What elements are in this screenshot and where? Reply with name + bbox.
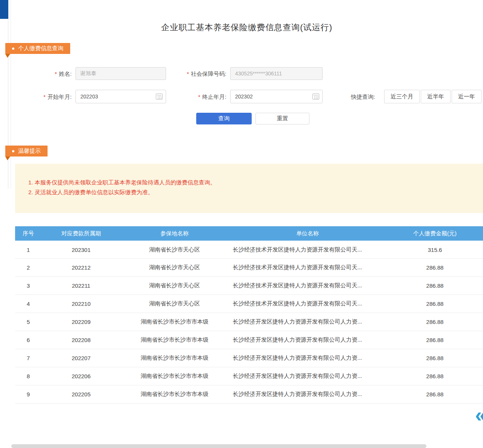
quick-button-halfyear[interactable]: 近半年: [421, 90, 451, 103]
page-title: 企业职工基本养老保险缴费信息查询(试运行): [11, 22, 483, 33]
tips-panel: 1. 本服务仅提供尚未领取企业职工基本养老保险待遇人员的缴费信息查询。 2. 灵…: [15, 164, 483, 213]
cell-company: 长沙经济开发区捷特人力资源开发有限公司人力资...: [228, 373, 387, 380]
col-header-area: 参保地名称: [121, 230, 228, 237]
table-row: 8 202206 湖南省长沙市长沙市市本级 长沙经济开发区捷特人力资源开发有限公…: [15, 367, 483, 385]
cell-period: 202301: [42, 247, 121, 253]
ssn-input: [230, 67, 323, 80]
table-row: 9 202205 湖南省长沙市长沙市市本级 长沙经济开发区捷特人力资源开发有限公…: [15, 385, 483, 404]
calendar-icon[interactable]: [312, 94, 319, 100]
cell-period: 202210: [42, 301, 121, 307]
cell-area: 湖南省长沙市天心区: [121, 282, 228, 289]
section-badge-tips: 温馨提示: [5, 146, 48, 156]
end-month-wrap: [230, 90, 323, 103]
cell-amount: 286.88: [387, 264, 483, 271]
cell-amount: 286.88: [387, 319, 483, 325]
section-badge-query-label: 个人缴费信息查询: [18, 45, 63, 52]
cell-area: 湖南省长沙市天心区: [121, 264, 228, 271]
collapse-panel-icon[interactable]: «: [475, 404, 483, 425]
reset-button[interactable]: 重置: [255, 113, 309, 124]
required-asterisk: *: [187, 71, 189, 77]
start-month-input[interactable]: [75, 90, 166, 103]
table-header-row: 序号 对应费款所属期 参保地名称 单位名称 个人缴费金额(元): [15, 226, 483, 241]
col-header-company: 单位名称: [228, 230, 387, 237]
cell-company: 长沙经济技术开发区捷特人力资源开发有限公司天...: [228, 264, 387, 271]
cell-company: 长沙经济开发区捷特人力资源开发有限公司人力资...: [228, 336, 387, 344]
calendar-icon[interactable]: [156, 94, 163, 100]
start-month-label: *开始年月:: [23, 94, 72, 101]
cell-seq: 7: [15, 355, 42, 361]
cell-seq: 3: [15, 282, 42, 289]
cell-amount: 286.88: [387, 337, 483, 343]
quick-button-1year[interactable]: 近一年: [452, 90, 481, 103]
table-row: 5 202209 湖南省长沙市长沙市市本级 长沙经济开发区捷特人力资源开发有限公…: [15, 313, 483, 331]
col-header-amount: 个人缴费金额(元): [387, 230, 483, 237]
end-month-label: *终止年月:: [166, 94, 226, 101]
cell-company: 长沙经济技术开发区捷特人力资源开发有限公司天...: [228, 300, 387, 307]
table-body: 1 202301 湖南省长沙市天心区 长沙经济技术开发区捷特人力资源开发有限公司…: [15, 241, 483, 404]
cell-amount: 315.6: [387, 247, 483, 253]
corner-blue-block: [0, 0, 8, 19]
cell-area: 湖南省长沙市长沙市市本级: [121, 391, 228, 398]
cell-area: 湖南省长沙市天心区: [121, 300, 228, 307]
query-button[interactable]: 查询: [196, 113, 252, 124]
cell-area: 湖南省长沙市天心区: [121, 246, 228, 253]
cell-seq: 2: [15, 264, 42, 271]
quick-button-3months[interactable]: 近三个月: [384, 90, 420, 103]
cell-seq: 8: [15, 373, 42, 379]
table-row: 4 202210 湖南省长沙市天心区 长沙经济技术开发区捷特人力资源开发有限公司…: [15, 295, 483, 313]
cell-amount: 286.88: [387, 391, 483, 397]
cell-company: 长沙经济技术开发区捷特人力资源开发有限公司天...: [228, 246, 387, 253]
cell-amount: 286.88: [387, 301, 483, 307]
payment-table: 序号 对应费款所属期 参保地名称 单位名称 个人缴费金额(元) 1 202301…: [15, 226, 483, 404]
cell-company: 长沙经济开发区捷特人力资源开发有限公司人力资...: [228, 318, 387, 325]
cell-amount: 286.88: [387, 373, 483, 379]
cell-seq: 4: [15, 301, 42, 307]
end-month-input[interactable]: [230, 90, 323, 103]
quick-query-group: 近三个月 近半年 近一年: [384, 90, 481, 103]
cell-seq: 1: [15, 247, 42, 253]
cell-period: 202209: [42, 319, 121, 325]
cell-seq: 5: [15, 319, 42, 325]
tip-line-2: 2. 灵活就业人员的缴费单位信息以实际缴费为准。: [28, 187, 475, 197]
horizontal-scrollbar[interactable]: [11, 444, 426, 448]
cell-seq: 6: [15, 337, 42, 343]
col-header-period: 对应费款所属期: [42, 230, 121, 237]
required-asterisk: *: [55, 71, 57, 77]
bullet-dot-icon: [12, 48, 14, 50]
table-row: 2 202212 湖南省长沙市天心区 长沙经济技术开发区捷特人力资源开发有限公司…: [15, 259, 483, 277]
cell-company: 长沙经济开发区捷特人力资源开发有限公司人力资...: [228, 391, 387, 398]
left-sidebar-strip: [0, 0, 8, 189]
cell-company: 长沙经济开发区捷特人力资源开发有限公司人力资...: [228, 354, 387, 362]
ssn-field-wrap: [230, 67, 323, 80]
cell-period: 202208: [42, 337, 121, 343]
col-header-seq: 序号: [15, 230, 42, 237]
cell-period: 202207: [42, 355, 121, 361]
name-input: [75, 67, 166, 80]
section-badge-tips-label: 温馨提示: [18, 147, 41, 155]
cell-seq: 9: [15, 391, 42, 397]
cell-company: 长沙经济技术开发区捷特人力资源开发有限公司天...: [228, 282, 387, 289]
cell-period: 202211: [42, 282, 121, 289]
cell-area: 湖南省长沙市长沙市市本级: [121, 354, 228, 362]
pension-query-page: 企业职工基本养老保险缴费信息查询(试运行) 个人缴费信息查询 *姓名: *社会保…: [0, 0, 483, 448]
ssn-label: *社会保障号码:: [166, 71, 226, 78]
section-badge-query: 个人缴费信息查询: [5, 43, 70, 54]
cell-period: 202212: [42, 264, 121, 271]
cell-area: 湖南省长沙市长沙市市本级: [121, 336, 228, 344]
cell-amount: 286.88: [387, 355, 483, 361]
cell-period: 202205: [42, 391, 121, 397]
quick-query-label: 快捷查询:: [351, 94, 375, 101]
name-label: *姓名:: [23, 71, 72, 78]
table-row: 3 202211 湖南省长沙市天心区 长沙经济技术开发区捷特人力资源开发有限公司…: [15, 277, 483, 295]
bullet-dot-icon: [12, 150, 14, 152]
required-asterisk: *: [198, 94, 200, 100]
cell-area: 湖南省长沙市长沙市市本级: [121, 318, 228, 325]
table-row: 1 202301 湖南省长沙市天心区 长沙经济技术开发区捷特人力资源开发有限公司…: [15, 241, 483, 259]
cell-area: 湖南省长沙市长沙市市本级: [121, 373, 228, 380]
tip-line-1: 1. 本服务仅提供尚未领取企业职工基本养老保险待遇人员的缴费信息查询。: [28, 178, 475, 187]
name-field-wrap: [75, 67, 166, 80]
cell-period: 202206: [42, 373, 121, 379]
cell-amount: 286.88: [387, 282, 483, 289]
required-asterisk: *: [43, 94, 46, 100]
start-month-wrap: [75, 90, 166, 103]
